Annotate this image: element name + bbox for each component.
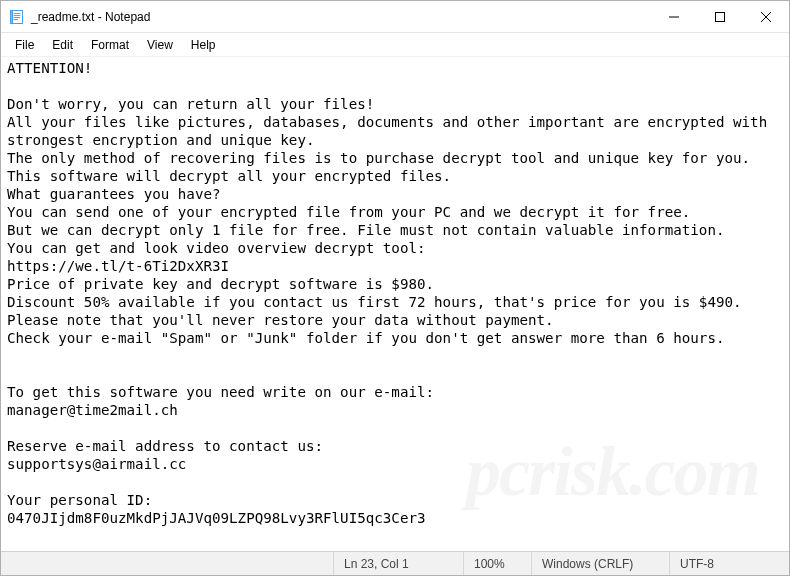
menu-format[interactable]: Format xyxy=(83,36,137,54)
svg-rect-5 xyxy=(11,10,13,23)
watermark-text: pcrisk.com xyxy=(466,463,759,481)
status-encoding: UTF-8 xyxy=(669,552,789,575)
maximize-button[interactable] xyxy=(697,1,743,33)
statusbar: Ln 23, Col 1 100% Windows (CRLF) UTF-8 xyxy=(1,551,789,575)
window-controls xyxy=(651,1,789,32)
menu-file[interactable]: File xyxy=(7,36,42,54)
window-title: _readme.txt - Notepad xyxy=(31,10,150,24)
menu-edit[interactable]: Edit xyxy=(44,36,81,54)
menu-help[interactable]: Help xyxy=(183,36,224,54)
menu-view[interactable]: View xyxy=(139,36,181,54)
close-button[interactable] xyxy=(743,1,789,33)
status-eol: Windows (CRLF) xyxy=(531,552,669,575)
menubar: File Edit Format View Help xyxy=(1,33,789,57)
status-zoom[interactable]: 100% xyxy=(463,552,531,575)
status-position: Ln 23, Col 1 xyxy=(333,552,463,575)
titlebar[interactable]: _readme.txt - Notepad xyxy=(1,1,789,33)
text-editor[interactable]: ATTENTION! Don't worry, you can return a… xyxy=(1,57,789,551)
document-text: ATTENTION! Don't worry, you can return a… xyxy=(7,60,776,526)
svg-rect-7 xyxy=(716,13,725,22)
notepad-window: _readme.txt - Notepad File Edit Format V… xyxy=(0,0,790,576)
notepad-icon xyxy=(9,9,25,25)
minimize-button[interactable] xyxy=(651,1,697,33)
